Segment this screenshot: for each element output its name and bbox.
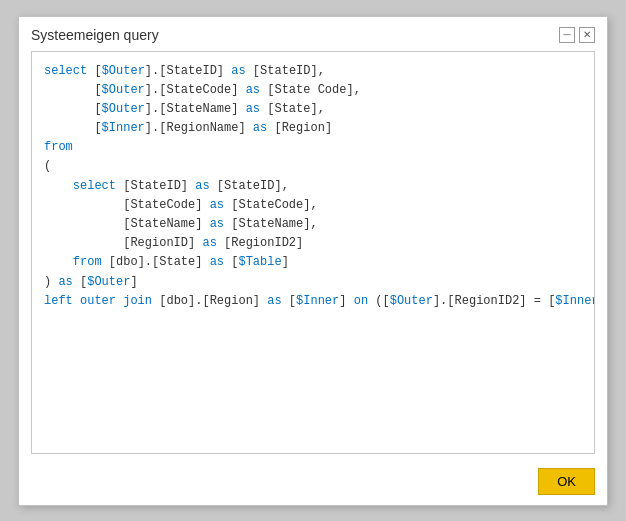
minimize-button[interactable]: ─	[559, 27, 575, 43]
ok-button[interactable]: OK	[538, 468, 595, 495]
sql-code: select [$Outer].[StateID] as [StateID], …	[32, 52, 594, 321]
dialog-title: Systeemeigen query	[31, 27, 159, 43]
dialog: Systeemeigen query ─ ✕ select [$Outer].[…	[18, 16, 608, 506]
query-content-area: select [$Outer].[StateID] as [StateID], …	[31, 51, 595, 454]
title-bar: Systeemeigen query ─ ✕	[19, 17, 607, 51]
dialog-footer: OK	[19, 462, 607, 505]
close-button[interactable]: ✕	[579, 27, 595, 43]
window-controls: ─ ✕	[559, 27, 595, 43]
